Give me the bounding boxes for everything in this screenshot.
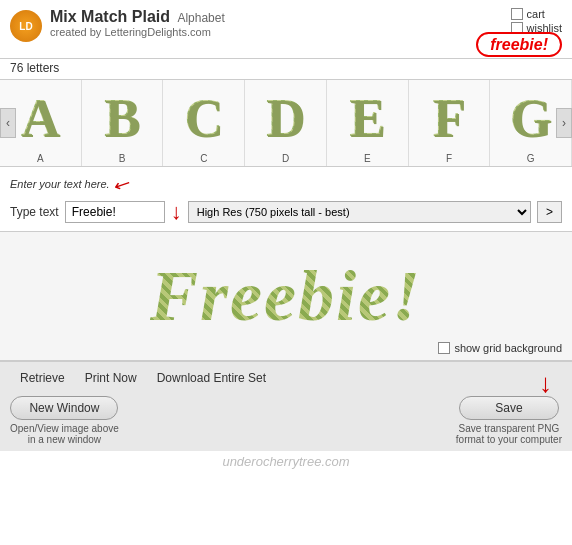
- type-text-label: Type text: [10, 205, 59, 219]
- font-name: Mix Match Plaid: [50, 8, 170, 25]
- strip-next-button[interactable]: ›: [556, 108, 572, 138]
- strip-prev-button[interactable]: ‹: [0, 108, 16, 138]
- list-item[interactable]: B B: [82, 80, 164, 166]
- list-item[interactable]: C C: [163, 80, 245, 166]
- header-left: LD Mix Match Plaid Alphabet created by L…: [10, 8, 225, 42]
- letter-preview-g: G: [497, 84, 565, 152]
- letter-preview-e: E: [333, 84, 401, 152]
- letter-label-f: F: [446, 153, 452, 164]
- show-grid-checkbox[interactable]: [438, 342, 450, 354]
- bottom-bar: Retrieve Print Now Download Entire Set N…: [0, 361, 572, 451]
- letter-label-a: A: [37, 153, 44, 164]
- list-item[interactable]: F F: [409, 80, 491, 166]
- freebie-badge: freebie!: [476, 32, 562, 57]
- watermark: underocherrytree.com: [0, 451, 572, 472]
- title-block: Mix Match Plaid Alphabet created by Lett…: [50, 8, 225, 38]
- alphabet-strip-wrapper: ‹ A A B B C C D D E: [0, 79, 572, 167]
- tab-print-now[interactable]: Print Now: [75, 368, 147, 388]
- new-window-group: New Window Open/View image abovein a new…: [10, 396, 119, 445]
- header: LD Mix Match Plaid Alphabet created by L…: [0, 0, 572, 59]
- letter-label-d: D: [282, 153, 289, 164]
- letter-label-b: B: [119, 153, 126, 164]
- tab-download-set[interactable]: Download Entire Set: [147, 368, 276, 388]
- enter-text-hint: Enter your text here. ↙: [10, 173, 562, 195]
- resolution-select[interactable]: High Res (750 pixels tall - best) Medium…: [188, 201, 531, 223]
- save-group: ↓ Save Save transparent PNGformat to you…: [456, 396, 562, 445]
- hint-arrow-icon: ↙: [110, 171, 132, 197]
- font-type: Alphabet: [177, 11, 224, 25]
- tab-retrieve[interactable]: Retrieve: [10, 368, 75, 388]
- new-window-button[interactable]: New Window: [10, 396, 118, 420]
- preview-area: Freebie! show grid background: [0, 231, 572, 361]
- logo-icon: LD: [10, 10, 42, 42]
- preview-text: Freebie!: [150, 255, 422, 338]
- cart-wishlist: cart wishlist: [511, 8, 562, 34]
- header-right: cart wishlist freebie!: [476, 8, 562, 54]
- cart-item[interactable]: cart: [511, 8, 562, 20]
- font-title-row: Mix Match Plaid Alphabet: [50, 8, 225, 26]
- text-input-area: Enter your text here. ↙ Type text ↓ High…: [0, 167, 572, 231]
- action-tabs: Retrieve Print Now Download Entire Set: [10, 368, 562, 388]
- letter-label-c: C: [200, 153, 207, 164]
- type-text-input[interactable]: [65, 201, 165, 223]
- letter-label-e: E: [364, 153, 371, 164]
- save-arrow-icon: ↓: [539, 368, 552, 399]
- alphabet-strip: A A B B C C D D E E: [0, 80, 572, 166]
- letter-preview-c: C: [170, 84, 238, 152]
- new-window-desc: Open/View image abovein a new window: [10, 423, 119, 445]
- cart-checkbox[interactable]: [511, 8, 523, 20]
- list-item[interactable]: D D: [245, 80, 327, 166]
- letter-label-g: G: [527, 153, 535, 164]
- letter-preview-d: D: [252, 84, 320, 152]
- type-text-row: Type text ↓ High Res (750 pixels tall - …: [10, 199, 562, 225]
- freebie-wrapper: freebie!: [476, 36, 562, 54]
- letter-preview-f: F: [415, 84, 483, 152]
- enter-text-label-text: Enter your text here.: [10, 178, 110, 190]
- letter-count: 76 letters: [0, 59, 572, 79]
- show-grid-label[interactable]: show grid background: [438, 342, 562, 354]
- list-item[interactable]: E E: [327, 80, 409, 166]
- show-grid-text: show grid background: [454, 342, 562, 354]
- buttons-row: New Window Open/View image abovein a new…: [10, 396, 562, 445]
- cart-label: cart: [527, 8, 545, 20]
- letter-preview-b: B: [88, 84, 156, 152]
- down-arrow-icon: ↓: [171, 199, 182, 225]
- letter-preview-a: A: [6, 84, 74, 152]
- created-by: created by LetteringDelights.com: [50, 26, 225, 38]
- save-button[interactable]: Save: [459, 396, 559, 420]
- next-button[interactable]: >: [537, 201, 562, 223]
- save-desc: Save transparent PNGformat to your compu…: [456, 423, 562, 445]
